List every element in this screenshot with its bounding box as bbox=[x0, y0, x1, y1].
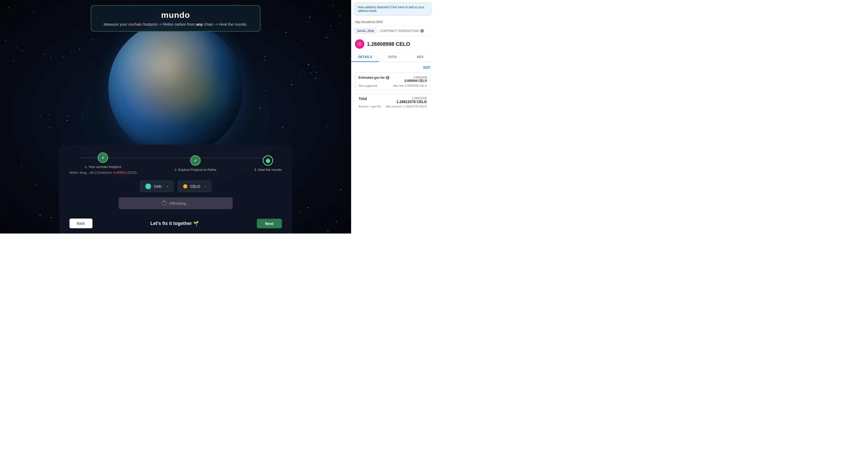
step-label-3: 3. Heal the mundo bbox=[254, 168, 282, 172]
step-item-2: ✓ 2. Explore Projects to Retire bbox=[175, 155, 216, 172]
header-box: mundo Measure your onchain footprint -> … bbox=[91, 5, 260, 32]
tab-details[interactable]: DETAILS bbox=[351, 53, 379, 62]
mm-gas-section: Estimated gas fee i 0.0000438 0.000044 C… bbox=[355, 72, 430, 91]
mm-total-row: Total 1.26813378 1.26813378 CELO bbox=[355, 97, 430, 104]
tagline: Let's fix it together 🌱 bbox=[150, 221, 199, 226]
site-suggested-label: Site suggested bbox=[358, 84, 377, 87]
gas-main-value: 0.000044 CELO bbox=[404, 79, 427, 82]
bottom-panel: ✓ 1. Your onchain footprint Wallet: doug… bbox=[59, 145, 292, 234]
globe bbox=[108, 21, 243, 155]
mm-amount-row: 1.26808998 CELO bbox=[351, 36, 434, 53]
mm-total-values: 1.26813378 1.26813378 CELO bbox=[397, 97, 427, 104]
max-fee-row: Max fee: 0.0000438 CELO bbox=[393, 84, 427, 87]
total-small-value: 1.26813378 bbox=[397, 97, 427, 100]
mm-gas-row: Estimated gas fee i 0.0000438 0.000044 C… bbox=[358, 76, 427, 82]
app-title: mundo bbox=[104, 10, 247, 20]
offsetting-button: Offsetting... bbox=[119, 197, 233, 209]
chevron-down-icon-celo: ▾ bbox=[167, 185, 168, 188]
contract-address: 0xFa3...f21A bbox=[355, 28, 376, 33]
tab-data[interactable]: DATA bbox=[379, 53, 406, 62]
celo-token-icon bbox=[183, 184, 187, 189]
mm-divider bbox=[355, 94, 430, 94]
mm-gas-values: 0.0000438 0.000044 CELO bbox=[404, 76, 427, 82]
mm-notification[interactable]: New address detected! Click here to add … bbox=[354, 3, 431, 15]
info-icon[interactable]: i bbox=[420, 29, 424, 33]
emissions-value: 0.455923 bbox=[114, 171, 126, 174]
step-label-2: 2. Explore Projects to Retire bbox=[175, 168, 216, 172]
app-subtitle: Measure your onchain footprint -> Retire… bbox=[104, 22, 247, 26]
chain-select-token[interactable]: CELO ▾ bbox=[178, 181, 211, 192]
max-amount-label: Amount + gas fee bbox=[359, 105, 381, 108]
max-fee-label: Max fee: bbox=[393, 84, 404, 87]
metamask-panel: New address detected! Click here to add … bbox=[351, 0, 434, 234]
contract-label: CONTRACT INTERACTION bbox=[380, 29, 419, 32]
spinner-icon bbox=[162, 201, 166, 205]
edit-link[interactable]: EDIT bbox=[355, 66, 430, 69]
max-amount-value: Max amount: 1.26813378 CELO bbox=[386, 105, 427, 108]
next-button[interactable]: Next bbox=[257, 219, 282, 228]
step-circle-1: ✓ bbox=[98, 153, 108, 163]
mm-amount-text: 1.26808998 CELO bbox=[367, 41, 410, 47]
tab-hex[interactable]: HEX bbox=[406, 53, 434, 62]
gas-fee-label-text: Estimated gas fee bbox=[358, 76, 385, 79]
celo-chain-icon bbox=[145, 184, 151, 189]
step-item-3: ⬤ 3. Heal the mundo bbox=[254, 155, 282, 172]
mm-details-section: EDIT Estimated gas fee i 0.0000438 0.000… bbox=[351, 62, 434, 112]
mm-site-suggested: Site suggested Max fee: 0.0000438 CELO bbox=[358, 84, 427, 87]
chain-name-token: CELO bbox=[190, 184, 203, 189]
step-circle-3: ⬤ bbox=[263, 155, 273, 166]
mm-contract-badge: 0xFa3...f21A : CONTRACT INTERACTION i bbox=[351, 26, 434, 36]
total-main-value: 1.26813378 CELO bbox=[397, 100, 427, 104]
chain-name-celo: Celo bbox=[154, 184, 165, 189]
celo-currency-icon bbox=[355, 39, 364, 49]
step-item-1: ✓ 1. Your onchain footprint Wallet: doug… bbox=[69, 153, 137, 174]
max-fee-value: 0.0000438 CELO bbox=[405, 84, 427, 87]
mm-max-amount: Amount + gas fee Max amount: 1.26813378 … bbox=[355, 104, 430, 109]
gas-small-value: 0.0000438 bbox=[404, 76, 427, 79]
back-button[interactable]: Back bbox=[69, 219, 93, 228]
chain-select-celo[interactable]: Celo ▾ bbox=[140, 181, 174, 192]
chain-selectors: Celo ▾ CELO ▾ bbox=[69, 181, 282, 192]
step-sublabel-1: Wallet: doug....eth || Emissions: 0.4559… bbox=[69, 171, 137, 174]
globe-container bbox=[108, 21, 243, 155]
bottom-bar: Back Let's fix it together 🌱 Next bbox=[69, 215, 282, 228]
offsetting-label: Offsetting... bbox=[169, 201, 189, 205]
total-label: Total bbox=[359, 97, 367, 101]
main-area: mundo Measure your onchain footprint -> … bbox=[0, 0, 351, 234]
chevron-down-icon-token: ▾ bbox=[205, 185, 206, 188]
mm-tabs: DETAILS DATA HEX bbox=[351, 53, 434, 62]
mm-gas-label: Estimated gas fee i bbox=[358, 76, 390, 79]
step-label-1: 1. Your onchain footprint bbox=[85, 165, 121, 169]
progress-steps: ✓ 1. Your onchain footprint Wallet: doug… bbox=[69, 153, 282, 174]
gas-info-icon[interactable]: i bbox=[386, 76, 390, 79]
step-circle-2: ✓ bbox=[190, 155, 200, 166]
mm-url: http://localhost:3000 bbox=[351, 18, 434, 26]
